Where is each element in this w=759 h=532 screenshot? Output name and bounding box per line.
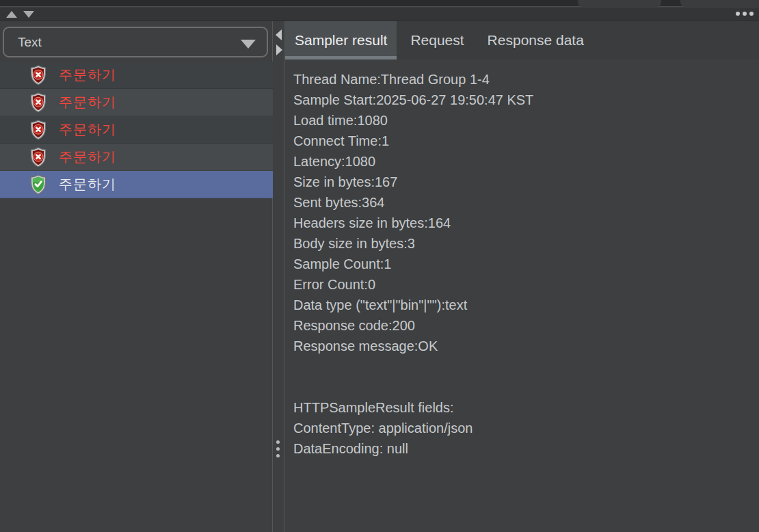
result-text-line: Sent bytes:364 — [293, 192, 759, 213]
tab-sampler-result[interactable]: Sampler result — [285, 21, 397, 59]
tree-item-label: 주문하기 — [59, 66, 116, 84]
result-text-line: HTTPSampleResult fields: — [293, 397, 759, 418]
result-text-line: Sample Count:1 — [293, 254, 759, 274]
collapse-right-icon[interactable] — [276, 44, 282, 55]
expand-all-icon[interactable] — [23, 11, 34, 18]
tab-label: Response data — [488, 32, 584, 49]
shield-error-icon — [29, 92, 48, 113]
top-window-strip — [0, 0, 759, 7]
tab-request[interactable]: Request — [401, 21, 473, 59]
result-text-line: Body size in bytes:3 — [293, 233, 759, 254]
overflow-menu-icon[interactable] — [736, 12, 754, 16]
collapse-left-icon[interactable] — [276, 29, 282, 40]
tab-label: Request — [410, 32, 464, 49]
result-text-line: Error Count:0 — [293, 274, 759, 295]
result-text-line: Response code:200 — [293, 315, 759, 336]
shield-error-icon — [29, 147, 48, 168]
splitter-grip-icon[interactable] — [276, 440, 280, 457]
dialog-button-partial-right[interactable] — [680, 0, 759, 7]
panel-splitter[interactable] — [274, 21, 284, 532]
result-tab-bar: Sampler result Request Response data — [285, 21, 759, 59]
sampler-result-view: Thread Name:Thread Group 1-4Sample Start… — [285, 59, 759, 532]
result-text-line — [293, 356, 759, 377]
tree-item-label: 주문하기 — [59, 120, 116, 139]
dialog-button-partial-left[interactable] — [578, 0, 661, 7]
tree-item-sampler[interactable]: 주문하기 — [0, 89, 273, 116]
results-tree-panel: Text 주문하기 — [0, 21, 273, 532]
result-text-line — [293, 377, 759, 397]
result-text-line: Headers size in bytes:164 — [293, 213, 759, 233]
result-text-line: Response message:OK — [293, 336, 759, 356]
sampler-tree: 주문하기 주문하기 — [0, 62, 273, 198]
view-mode-dropdown[interactable]: Text — [3, 27, 268, 57]
view-mode-value: Text — [18, 35, 42, 50]
tree-item-sampler[interactable]: 주문하기 — [0, 171, 273, 198]
tree-item-label: 주문하기 — [59, 148, 116, 166]
collapse-all-icon[interactable] — [6, 11, 17, 18]
tab-label: Sampler result — [295, 32, 387, 49]
shield-error-icon — [29, 65, 48, 85]
result-text-line: Latency:1080 — [293, 151, 759, 172]
result-text-line: Thread Name:Thread Group 1-4 — [293, 69, 759, 90]
result-text-line: ContentType: application/json — [293, 418, 759, 438]
chevron-down-icon — [241, 40, 256, 49]
tree-item-sampler[interactable]: 주문하기 — [0, 62, 273, 89]
result-text-line: Data type ("text"|"bin"|""):text — [293, 295, 759, 315]
tree-item-label: 주문하기 — [59, 93, 116, 111]
result-text-line: Load time:1080 — [293, 110, 759, 131]
tab-response-data[interactable]: Response data — [478, 21, 594, 59]
shield-success-icon — [29, 174, 48, 195]
result-detail-panel: Sampler result Request Response data Thr… — [285, 21, 759, 532]
tree-item-sampler[interactable]: 주문하기 — [0, 144, 273, 171]
tree-item-sampler[interactable]: 주문하기 — [0, 116, 273, 144]
result-text-line: DataEncoding: null — [293, 438, 759, 459]
tree-item-label: 주문하기 — [59, 175, 116, 194]
tree-toolbar — [0, 8, 759, 21]
shield-error-icon — [29, 120, 48, 140]
result-text-line: Sample Start:2025-06-27 19:50:47 KST — [293, 90, 759, 110]
result-text-line: Connect Time:1 — [293, 131, 759, 151]
result-text-line: Size in bytes:167 — [293, 172, 759, 192]
